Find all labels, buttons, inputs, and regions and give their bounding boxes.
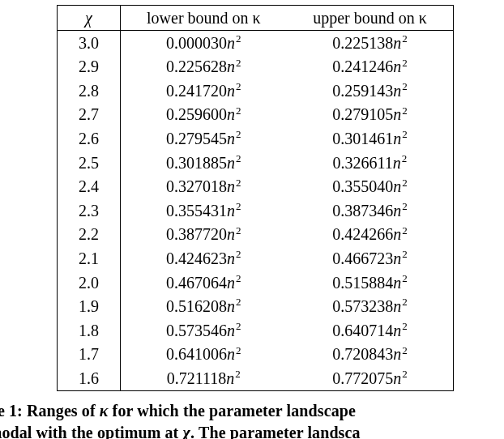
- cell-lower: 0.279545n2: [120, 126, 287, 151]
- cell-upper: 0.515884n2: [287, 271, 454, 295]
- cell-lower: 0.424623n2: [120, 246, 287, 271]
- cell-chi: 1.6: [58, 366, 121, 390]
- cell-lower: 0.573546n2: [120, 318, 287, 343]
- table-row: 2.80.241720n20.259143n2: [58, 79, 454, 103]
- cell-upper: 0.259143n2: [287, 79, 454, 103]
- cell-upper: 0.225138n2: [287, 30, 454, 54]
- cell-lower: 0.387720n2: [120, 222, 287, 246]
- cell-chi: 2.6: [58, 126, 121, 151]
- table-row: 2.20.387720n20.424266n2: [58, 222, 454, 246]
- cell-upper: 0.424266n2: [287, 222, 454, 246]
- table-row: 1.90.516208n20.573238n2: [58, 294, 454, 318]
- cell-lower: 0.721118n2: [120, 366, 287, 390]
- table-row: 1.60.721118n20.772075n2: [58, 366, 454, 390]
- cell-chi: 2.9: [58, 54, 121, 79]
- cell-upper: 0.466723n2: [287, 246, 454, 271]
- bounds-table: χ lower bound on κ upper bound on κ 3.00…: [57, 5, 454, 391]
- cell-upper: 0.640714n2: [287, 318, 454, 343]
- cell-lower: 0.355431n2: [120, 198, 287, 223]
- header-lower: lower bound on κ: [120, 6, 287, 31]
- cell-chi: 2.0: [58, 271, 121, 295]
- cell-chi: 2.1: [58, 246, 121, 271]
- cell-upper: 0.720843n2: [287, 342, 454, 366]
- table-row: 2.90.225628n20.241246n2: [58, 54, 454, 79]
- kappa-symbol: κ: [100, 402, 109, 420]
- cell-upper: 0.573238n2: [287, 294, 454, 318]
- cell-lower: 0.000030n2: [120, 30, 287, 54]
- table-row: 1.80.573546n20.640714n2: [58, 318, 454, 343]
- cell-lower: 0.259600n2: [120, 102, 287, 126]
- cell-upper: 0.301461n2: [287, 126, 454, 151]
- cell-lower: 0.516208n2: [120, 294, 287, 318]
- table-row: 2.30.355431n20.387346n2: [58, 198, 454, 223]
- table-row: 2.40.327018n20.355040n2: [58, 174, 454, 198]
- chi-symbol: χ: [182, 424, 190, 439]
- cell-lower: 0.467064n2: [120, 271, 287, 295]
- cell-chi: 1.9: [58, 294, 121, 318]
- table-row: 1.70.641006n20.720843n2: [58, 342, 454, 366]
- table-row: 3.00.000030n20.225138n2: [58, 30, 454, 54]
- cell-chi: 2.3: [58, 198, 121, 223]
- table-row: 2.70.259600n20.279105n2: [58, 102, 454, 126]
- cell-chi: 2.2: [58, 222, 121, 246]
- cell-chi: 2.8: [58, 79, 121, 103]
- bounds-table-wrap: χ lower bound on κ upper bound on κ 3.00…: [57, 5, 454, 391]
- cell-upper: 0.241246n2: [287, 54, 454, 79]
- table-body: 3.00.000030n20.225138n22.90.225628n20.24…: [58, 30, 454, 390]
- cell-upper: 0.772075n2: [287, 366, 454, 390]
- chi-symbol: χ: [85, 9, 92, 27]
- cell-lower: 0.225628n2: [120, 54, 287, 79]
- table-row: 2.60.279545n20.301461n2: [58, 126, 454, 151]
- cell-chi: 2.5: [58, 151, 121, 175]
- cell-lower: 0.301885n2: [120, 151, 287, 175]
- cell-chi: 3.0: [58, 30, 121, 54]
- table-row: 2.50.301885n20.326611n2: [58, 151, 454, 175]
- header-chi: χ: [58, 6, 121, 31]
- cell-chi: 2.4: [58, 174, 121, 198]
- caption-text: for which the parameter landscape: [109, 402, 356, 420]
- cell-upper: 0.279105n2: [287, 102, 454, 126]
- table-header-row: χ lower bound on κ upper bound on κ: [58, 6, 454, 31]
- cell-chi: 2.7: [58, 102, 121, 126]
- header-upper: upper bound on κ: [287, 6, 454, 31]
- table-row: 2.00.467064n20.515884n2: [58, 271, 454, 295]
- caption-text: ble 1: Ranges of: [0, 402, 100, 420]
- cell-chi: 1.8: [58, 318, 121, 343]
- cell-lower: 0.641006n2: [120, 342, 287, 366]
- cell-chi: 1.7: [58, 342, 121, 366]
- caption-text: imodal with the optimum at: [0, 424, 182, 439]
- table-row: 2.10.424623n20.466723n2: [58, 246, 454, 271]
- cell-lower: 0.327018n2: [120, 174, 287, 198]
- cell-upper: 0.355040n2: [287, 174, 454, 198]
- caption-text: . The parameter landsca: [190, 424, 361, 439]
- cell-lower: 0.241720n2: [120, 79, 287, 103]
- table-caption: ble 1: Ranges of κ for which the paramet…: [0, 400, 504, 439]
- cell-upper: 0.326611n2: [287, 151, 454, 175]
- cell-upper: 0.387346n2: [287, 198, 454, 223]
